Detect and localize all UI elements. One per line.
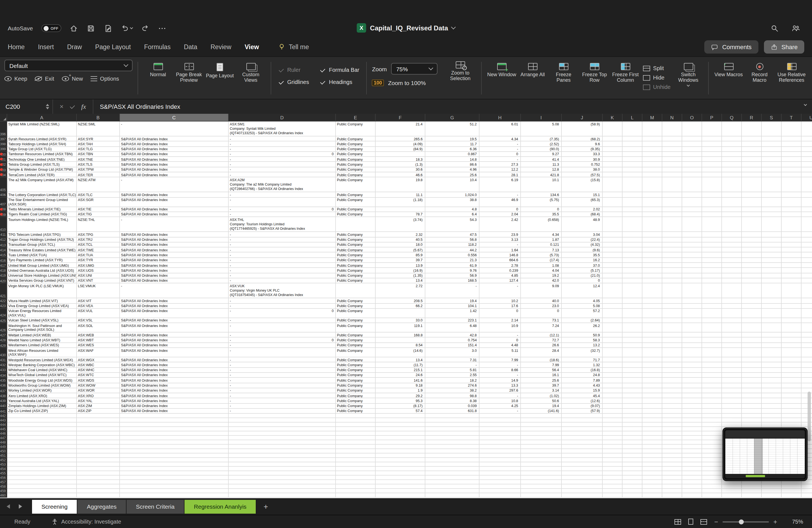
cell-value[interactable]: 37.0 (562, 263, 603, 268)
cell-empty[interactable] (722, 333, 742, 338)
cell-value[interactable]: 5.81 (425, 368, 479, 373)
cell-company-type[interactable]: Public Company (336, 378, 376, 383)
cell-empty[interactable] (603, 404, 623, 409)
cell-empty[interactable] (762, 121, 782, 136)
cell-company[interactable]: Talga Group Ltd (ASX:TLG) (7, 147, 77, 152)
column-header-K[interactable]: K (603, 114, 623, 121)
cell-empty[interactable] (623, 419, 642, 423)
cell-empty[interactable] (782, 363, 801, 368)
cell-empty[interactable] (623, 423, 642, 427)
cell-empty[interactable] (521, 436, 562, 440)
cell-empty[interactable] (603, 363, 623, 368)
cell-empty[interactable] (603, 440, 623, 445)
cell-empty[interactable] (562, 440, 603, 445)
cell-empty[interactable] (742, 398, 762, 404)
cell-detail[interactable]: - (229, 147, 336, 152)
cell-company[interactable]: Zimplats Holdings Limited (ASX:ZIM) (7, 404, 77, 409)
row-header[interactable]: 416 (0, 258, 7, 263)
cell-empty[interactable] (336, 431, 376, 436)
cell-value[interactable]: (9.6) (562, 247, 603, 253)
cell-empty[interactable] (742, 212, 762, 217)
cell-empty[interactable] (762, 162, 782, 167)
cell-value[interactable]: 54.3 (425, 217, 479, 232)
cell-empty[interactable] (642, 258, 662, 263)
cell-empty[interactable] (603, 192, 623, 198)
cell-empty[interactable] (603, 480, 623, 485)
cell-empty[interactable] (702, 268, 722, 274)
cell-empty[interactable] (682, 476, 702, 480)
cell-empty[interactable] (562, 414, 603, 419)
cell-value[interactable]: 42.0 (521, 278, 562, 283)
save-as-icon[interactable] (104, 24, 112, 33)
cell-value[interactable]: 57.2 (562, 309, 603, 318)
cell-value[interactable]: - (479, 373, 521, 378)
cell-empty[interactable] (623, 152, 642, 157)
cell-empty[interactable] (682, 318, 702, 323)
cell-ticker[interactable]: ASX:TPG (77, 232, 120, 237)
cell-value[interactable]: 5.08 (521, 121, 562, 136)
cell-value[interactable]: 12.2 (479, 167, 521, 173)
cell-empty[interactable] (77, 480, 120, 485)
cell-empty[interactable] (376, 463, 425, 467)
cell-empty[interactable] (682, 197, 702, 207)
tab-page-layout[interactable]: Page Layout (95, 44, 131, 50)
cell-detail[interactable]: - (229, 253, 336, 258)
cell-empty[interactable] (521, 419, 562, 423)
cell-index-membership[interactable]: S&P/ASX All Ordinaries Index (120, 338, 229, 343)
cell-empty[interactable] (662, 409, 682, 414)
cell-empty[interactable] (682, 217, 702, 232)
cell-value[interactable]: 21.4 (376, 121, 425, 136)
cell-empty[interactable] (682, 298, 702, 304)
row-header[interactable]: 440 (0, 404, 7, 409)
cell-value[interactable]: 118.2 (425, 243, 479, 248)
cell-empty[interactable] (662, 232, 682, 237)
cell-empty[interactable] (682, 398, 702, 404)
cell-empty[interactable] (623, 494, 642, 498)
new-window-button[interactable]: +New Window (487, 61, 517, 97)
cell-empty[interactable] (603, 309, 623, 318)
cell-empty[interactable] (479, 423, 521, 427)
cell-empty[interactable] (762, 368, 782, 373)
cell-empty[interactable] (603, 414, 623, 419)
document-title-group[interactable]: X Capital_IQ_Revised Data (357, 23, 455, 33)
cell-detail[interactable]: - (229, 157, 336, 162)
cell-value[interactable]: 1.9 (376, 388, 425, 394)
cell-value[interactable]: 4.34 (479, 136, 521, 142)
hide-button[interactable]: Hide (643, 75, 671, 80)
cell-detail[interactable]: - (229, 383, 336, 388)
row-header[interactable]: 396 (0, 121, 7, 136)
cell-empty[interactable] (662, 263, 682, 268)
cell-empty[interactable] (376, 454, 425, 458)
row-header[interactable]: 417 (0, 263, 7, 268)
cell-value[interactable]: 223.1 (425, 318, 479, 323)
cell-empty[interactable] (722, 167, 742, 173)
column-header-A[interactable]: A (7, 114, 77, 121)
cell-empty[interactable] (722, 263, 742, 268)
cell-value[interactable]: (1.02) (521, 393, 562, 398)
cell-empty[interactable] (623, 167, 642, 173)
cell-value[interactable]: 0 (479, 338, 521, 343)
cell-empty[interactable] (742, 357, 762, 363)
keep-sheet-view-button[interactable]: Keep (4, 76, 27, 82)
row-header[interactable]: 409 (0, 212, 7, 217)
cell-empty[interactable] (782, 237, 801, 243)
cell-empty[interactable] (662, 247, 682, 253)
cell-empty[interactable] (702, 192, 722, 198)
cell-empty[interactable] (642, 304, 662, 309)
new-sheet-view-button[interactable]: New (62, 76, 83, 82)
cell-detail[interactable]: - (229, 263, 336, 268)
cell-company-type[interactable]: Public Company (336, 273, 376, 278)
cell-company[interactable]: TerraCom Limited (ASX:TER) (7, 172, 77, 178)
cell-empty[interactable] (642, 471, 662, 476)
cell-empty[interactable] (722, 243, 742, 248)
cell-value[interactable]: (2.52) (521, 142, 562, 147)
cell-ticker[interactable]: ASX:ZIM (77, 404, 120, 409)
cell-empty[interactable] (702, 323, 722, 333)
cell-value[interactable]: (57.9) (562, 409, 603, 414)
cell-empty[interactable] (742, 423, 762, 427)
cell-empty[interactable] (642, 232, 662, 237)
cell-empty[interactable] (662, 152, 682, 157)
cell-value[interactable]: 23.0 (521, 304, 562, 309)
row-header[interactable]: 397 (0, 136, 7, 142)
cell-empty[interactable] (702, 423, 722, 427)
